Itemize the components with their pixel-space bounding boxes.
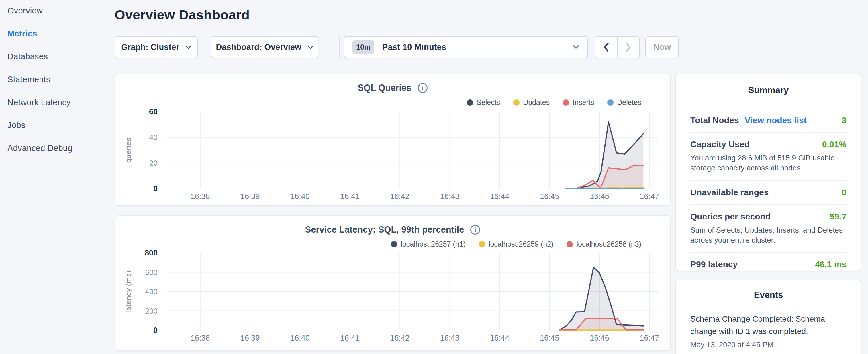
x-tick: 16:44 (490, 192, 509, 201)
y-tick: 0 (115, 326, 158, 335)
time-step-button-group (595, 36, 640, 58)
service-latency-chart-card: Service Latency: SQL, 99th percentile i … (115, 215, 671, 351)
summary-value: 0.01% (822, 139, 846, 149)
x-tick: 16:42 (390, 192, 410, 201)
sidebar-item-advanced-debug[interactable]: Advanced Debug (7, 137, 108, 160)
summary-label: Total Nodes (690, 116, 739, 125)
dashboard-dropdown-label: Dashboard: Overview (216, 42, 301, 52)
x-tick: 16:45 (540, 334, 559, 343)
summary-description: You are using 28.6 MiB of 515.9 GiB usab… (690, 153, 846, 173)
x-tick: 16:39 (241, 334, 260, 343)
x-tick: 16:47 (640, 334, 659, 343)
sidebar-item-statements[interactable]: Statements (7, 68, 108, 91)
graph-dropdown[interactable]: Graph: Cluster (115, 36, 198, 58)
x-tick: 16:43 (440, 192, 460, 201)
sidebar-item-network-latency[interactable]: Network Latency (7, 91, 108, 114)
summary-value: 0 (842, 188, 846, 197)
chevron-down-icon (572, 45, 580, 49)
plot-svg (115, 74, 670, 205)
summary-row: Unavailable ranges0 (690, 180, 846, 204)
x-tick: 16:42 (390, 334, 410, 343)
summary-row: Capacity Used0.01%You are using 28.6 MiB… (690, 132, 846, 180)
x-tick: 16:43 (440, 334, 460, 343)
sidebar-nav: OverviewMetricsDatabasesStatementsNetwor… (7, 0, 108, 160)
event-timestamp: May 13, 2020 at 4:45 PM (690, 340, 846, 349)
summary-label: P99 latency (690, 259, 738, 269)
time-range-badge: 10m (352, 40, 374, 54)
summary-value: 59.7 (830, 212, 846, 221)
y-tick: 40 (115, 133, 158, 142)
sql-queries-chart-card: SQL Queries i SelectsUpdatesInsertsDelet… (115, 74, 671, 206)
summary-row: P99 latency46.1 ms (690, 252, 846, 271)
view-nodes-link[interactable]: View nodes list (744, 116, 806, 125)
chevron-right-icon (625, 42, 632, 53)
next-button[interactable] (617, 37, 639, 58)
x-tick: 16:46 (590, 334, 609, 343)
now-button[interactable]: Now (645, 36, 679, 58)
x-tick: 16:40 (290, 334, 310, 343)
x-tick: 16:41 (340, 334, 360, 343)
summary-card: Summary Total NodesView nodes list3Capac… (676, 74, 861, 271)
summary-row: Total NodesView nodes list3 (690, 108, 846, 132)
sidebar: OverviewMetricsDatabasesStatementsNetwor… (0, 0, 115, 354)
x-tick: 16:38 (191, 192, 210, 201)
y-tick: 0 (115, 185, 158, 193)
sidebar-item-overview[interactable]: Overview (7, 0, 108, 22)
graph-dropdown-label: Graph: Cluster (121, 42, 179, 52)
events-title: Events (690, 290, 846, 300)
toolbar-divider (339, 36, 340, 58)
plot-svg (115, 216, 670, 350)
events-list: Schema Change Completed: Schema change w… (690, 313, 846, 349)
x-tick: 16:44 (490, 334, 509, 343)
summary-title: Summary (690, 85, 846, 95)
time-range-selector[interactable]: 10m Past 10 Minutes (344, 36, 588, 58)
page-title: Overview Dashboard (115, 7, 250, 23)
summary-label: Queries per second (690, 212, 771, 221)
summary-row: Queries per second59.7Sum of Selects, Up… (690, 204, 846, 252)
dashboard-dropdown[interactable]: Dashboard: Overview (211, 36, 318, 58)
y-tick: 600 (115, 268, 158, 277)
sidebar-item-jobs[interactable]: Jobs (7, 114, 108, 137)
chevron-left-icon (602, 42, 610, 53)
summary-label: Capacity Used (690, 139, 750, 149)
y-tick: 20 (115, 159, 158, 167)
y-tick: 60 (115, 107, 158, 116)
summary-rows: Total NodesView nodes list3Capacity Used… (690, 108, 846, 271)
x-tick: 16:46 (590, 192, 609, 201)
events-card: Events Schema Change Completed: Schema c… (676, 280, 861, 354)
x-tick: 16:40 (290, 192, 310, 201)
x-tick: 16:38 (191, 334, 210, 343)
x-tick: 16:47 (640, 192, 659, 201)
summary-value: 46.1 ms (815, 259, 846, 269)
event-message: Schema Change Completed: Schema change w… (690, 313, 846, 338)
sidebar-item-databases[interactable]: Databases (7, 45, 108, 68)
prev-button[interactable] (595, 37, 617, 58)
summary-value: 3 (842, 116, 846, 125)
app-root: OverviewMetricsDatabasesStatementsNetwor… (0, 0, 868, 354)
x-tick: 16:45 (540, 192, 559, 201)
summary-label: Unavailable ranges (690, 188, 769, 197)
y-tick: 200 (115, 307, 158, 315)
chevron-down-icon (185, 45, 191, 49)
x-tick: 16:41 (340, 192, 360, 201)
summary-description: Sum of Selects, Updates, Inserts, and De… (690, 225, 846, 246)
sidebar-item-metrics[interactable]: Metrics (7, 22, 108, 45)
y-tick: 800 (115, 249, 158, 257)
x-tick: 16:39 (241, 192, 260, 201)
time-range-label: Past 10 Minutes (382, 42, 446, 52)
chevron-down-icon (307, 45, 313, 49)
event-item[interactable]: Schema Change Completed: Schema change w… (690, 313, 846, 349)
y-tick: 400 (115, 287, 158, 296)
